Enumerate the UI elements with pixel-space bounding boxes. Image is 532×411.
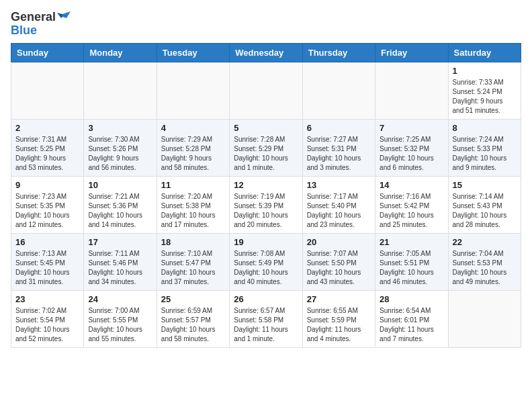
- week-row-2: 2Sunrise: 7:31 AM Sunset: 5:25 PM Daylig…: [11, 119, 521, 176]
- calendar-cell: 3Sunrise: 7:30 AM Sunset: 5:26 PM Daylig…: [84, 119, 157, 176]
- logo-container: General Blue: [11, 11, 71, 38]
- calendar-cell: 11Sunrise: 7:20 AM Sunset: 5:38 PM Dayli…: [157, 176, 229, 233]
- day-info: Sunrise: 7:07 AM Sunset: 5:50 PM Dayligh…: [307, 249, 371, 287]
- day-number: 16: [15, 237, 79, 247]
- day-number: 7: [380, 123, 443, 133]
- week-row-1: 1Sunrise: 7:33 AM Sunset: 5:24 PM Daylig…: [11, 62, 521, 119]
- calendar-cell: 7Sunrise: 7:25 AM Sunset: 5:32 PM Daylig…: [375, 119, 448, 176]
- day-info: Sunrise: 6:54 AM Sunset: 6:01 PM Dayligh…: [380, 306, 443, 344]
- weekday-header-row: SundayMondayTuesdayWednesdayThursdayFrid…: [11, 43, 521, 62]
- logo-blue: Blue: [11, 24, 71, 38]
- day-number: 23: [15, 294, 79, 304]
- day-info: Sunrise: 7:14 AM Sunset: 5:43 PM Dayligh…: [453, 192, 517, 230]
- calendar-cell: 28Sunrise: 6:54 AM Sunset: 6:01 PM Dayli…: [375, 290, 448, 347]
- day-number: 13: [307, 180, 371, 190]
- day-info: Sunrise: 7:21 AM Sunset: 5:36 PM Dayligh…: [88, 192, 152, 230]
- day-info: Sunrise: 7:19 AM Sunset: 5:39 PM Dayligh…: [234, 192, 298, 230]
- calendar-cell: 24Sunrise: 7:00 AM Sunset: 5:55 PM Dayli…: [84, 290, 157, 347]
- day-info: Sunrise: 7:08 AM Sunset: 5:49 PM Dayligh…: [234, 249, 298, 287]
- calendar-cell: 13Sunrise: 7:17 AM Sunset: 5:40 PM Dayli…: [302, 176, 375, 233]
- calendar-cell: 21Sunrise: 7:05 AM Sunset: 5:51 PM Dayli…: [375, 233, 448, 290]
- calendar-cell: 25Sunrise: 6:59 AM Sunset: 5:57 PM Dayli…: [157, 290, 229, 347]
- week-row-4: 16Sunrise: 7:13 AM Sunset: 5:45 PM Dayli…: [11, 233, 521, 290]
- calendar-cell: [157, 62, 229, 119]
- weekday-header-thursday: Thursday: [302, 43, 375, 62]
- day-info: Sunrise: 7:27 AM Sunset: 5:31 PM Dayligh…: [307, 135, 371, 173]
- day-info: Sunrise: 6:57 AM Sunset: 5:58 PM Dayligh…: [234, 306, 298, 344]
- day-number: 11: [161, 180, 225, 190]
- day-number: 25: [161, 294, 225, 304]
- day-info: Sunrise: 7:20 AM Sunset: 5:38 PM Dayligh…: [161, 192, 225, 230]
- day-info: Sunrise: 7:29 AM Sunset: 5:28 PM Dayligh…: [161, 135, 225, 173]
- calendar-cell: 18Sunrise: 7:10 AM Sunset: 5:47 PM Dayli…: [157, 233, 229, 290]
- day-info: Sunrise: 7:05 AM Sunset: 5:51 PM Dayligh…: [380, 249, 443, 287]
- day-info: Sunrise: 7:31 AM Sunset: 5:25 PM Dayligh…: [15, 135, 79, 173]
- calendar-cell: 19Sunrise: 7:08 AM Sunset: 5:49 PM Dayli…: [230, 233, 302, 290]
- svg-marker-0: [62, 11, 71, 18]
- day-number: 2: [15, 123, 79, 133]
- calendar-cell: 27Sunrise: 6:55 AM Sunset: 5:59 PM Dayli…: [302, 290, 375, 347]
- week-row-3: 9Sunrise: 7:23 AM Sunset: 5:35 PM Daylig…: [11, 176, 521, 233]
- day-number: 10: [88, 180, 152, 190]
- day-info: Sunrise: 7:11 AM Sunset: 5:46 PM Dayligh…: [88, 249, 152, 287]
- day-number: 12: [234, 180, 298, 190]
- calendar-cell: [84, 62, 157, 119]
- day-info: Sunrise: 7:16 AM Sunset: 5:42 PM Dayligh…: [380, 192, 443, 230]
- day-info: Sunrise: 7:02 AM Sunset: 5:54 PM Dayligh…: [15, 306, 79, 344]
- calendar-cell: 4Sunrise: 7:29 AM Sunset: 5:28 PM Daylig…: [157, 119, 229, 176]
- logo: General Blue: [11, 11, 71, 38]
- weekday-header-saturday: Saturday: [448, 43, 521, 62]
- calendar-cell: 14Sunrise: 7:16 AM Sunset: 5:42 PM Dayli…: [375, 176, 448, 233]
- day-info: Sunrise: 6:55 AM Sunset: 5:59 PM Dayligh…: [307, 306, 371, 344]
- calendar-cell: [448, 290, 521, 347]
- calendar-cell: [375, 62, 448, 119]
- day-info: Sunrise: 7:04 AM Sunset: 5:53 PM Dayligh…: [453, 249, 517, 287]
- calendar-cell: 2Sunrise: 7:31 AM Sunset: 5:25 PM Daylig…: [11, 119, 84, 176]
- svg-marker-1: [57, 13, 62, 18]
- day-info: Sunrise: 7:00 AM Sunset: 5:55 PM Dayligh…: [88, 306, 152, 344]
- calendar-cell: 22Sunrise: 7:04 AM Sunset: 5:53 PM Dayli…: [448, 233, 521, 290]
- day-number: 6: [307, 123, 371, 133]
- day-number: 21: [380, 237, 443, 247]
- day-number: 17: [88, 237, 152, 247]
- day-info: Sunrise: 7:28 AM Sunset: 5:29 PM Dayligh…: [234, 135, 298, 173]
- calendar-cell: [230, 62, 302, 119]
- day-number: 22: [453, 237, 517, 247]
- calendar-cell: 20Sunrise: 7:07 AM Sunset: 5:50 PM Dayli…: [302, 233, 375, 290]
- calendar-table: SundayMondayTuesdayWednesdayThursdayFrid…: [11, 43, 521, 348]
- calendar-cell: 10Sunrise: 7:21 AM Sunset: 5:36 PM Dayli…: [84, 176, 157, 233]
- calendar-cell: 16Sunrise: 7:13 AM Sunset: 5:45 PM Dayli…: [11, 233, 84, 290]
- week-row-5: 23Sunrise: 7:02 AM Sunset: 5:54 PM Dayli…: [11, 290, 521, 347]
- day-info: Sunrise: 7:17 AM Sunset: 5:40 PM Dayligh…: [307, 192, 371, 230]
- day-info: Sunrise: 7:30 AM Sunset: 5:26 PM Dayligh…: [88, 135, 152, 173]
- calendar-cell: 8Sunrise: 7:24 AM Sunset: 5:33 PM Daylig…: [448, 119, 521, 176]
- calendar-cell: 23Sunrise: 7:02 AM Sunset: 5:54 PM Dayli…: [11, 290, 84, 347]
- day-info: Sunrise: 7:25 AM Sunset: 5:32 PM Dayligh…: [380, 135, 443, 173]
- weekday-header-sunday: Sunday: [11, 43, 84, 62]
- calendar-cell: 17Sunrise: 7:11 AM Sunset: 5:46 PM Dayli…: [84, 233, 157, 290]
- calendar-cell: [11, 62, 84, 119]
- day-number: 20: [307, 237, 371, 247]
- day-number: 4: [161, 123, 225, 133]
- calendar-cell: 6Sunrise: 7:27 AM Sunset: 5:31 PM Daylig…: [302, 119, 375, 176]
- day-number: 19: [234, 237, 298, 247]
- day-info: Sunrise: 7:33 AM Sunset: 5:24 PM Dayligh…: [453, 78, 517, 116]
- day-number: 27: [307, 294, 371, 304]
- day-number: 1: [453, 66, 517, 76]
- weekday-header-wednesday: Wednesday: [230, 43, 302, 62]
- calendar-cell: 15Sunrise: 7:14 AM Sunset: 5:43 PM Dayli…: [448, 176, 521, 233]
- calendar-cell: 12Sunrise: 7:19 AM Sunset: 5:39 PM Dayli…: [230, 176, 302, 233]
- calendar-cell: 26Sunrise: 6:57 AM Sunset: 5:58 PM Dayli…: [230, 290, 302, 347]
- day-number: 24: [88, 294, 152, 304]
- day-info: Sunrise: 6:59 AM Sunset: 5:57 PM Dayligh…: [161, 306, 225, 344]
- day-number: 3: [88, 123, 152, 133]
- calendar-cell: 1Sunrise: 7:33 AM Sunset: 5:24 PM Daylig…: [448, 62, 521, 119]
- header: General Blue: [11, 11, 521, 38]
- calendar-cell: 5Sunrise: 7:28 AM Sunset: 5:29 PM Daylig…: [230, 119, 302, 176]
- weekday-header-monday: Monday: [84, 43, 157, 62]
- day-info: Sunrise: 7:24 AM Sunset: 5:33 PM Dayligh…: [453, 135, 517, 173]
- day-number: 5: [234, 123, 298, 133]
- calendar-cell: [302, 62, 375, 119]
- day-number: 26: [234, 294, 298, 304]
- day-info: Sunrise: 7:13 AM Sunset: 5:45 PM Dayligh…: [15, 249, 79, 287]
